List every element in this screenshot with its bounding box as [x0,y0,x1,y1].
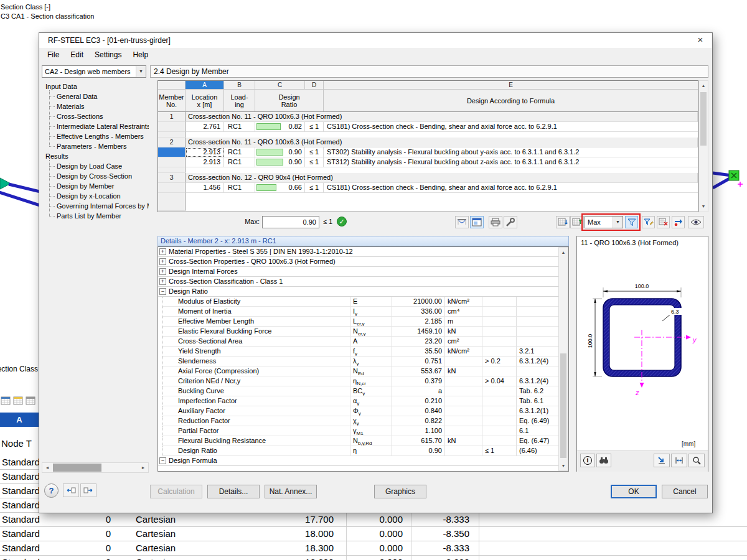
result-row[interactable] [158,193,698,211]
tree-item[interactable]: Governing Internal Forces by M [42,201,149,211]
member-cell[interactable] [158,183,186,193]
table-row[interactable]: Standard 0 Cartesian 18.300 0.000 -8.333 [0,541,747,556]
details-row[interactable]: Cross-Sectional Area A 23.20 cm² [158,337,558,347]
location-cell[interactable]: 2.913 [186,147,224,157]
max-value-field[interactable]: 0.90 [262,216,319,228]
result-diagram-button[interactable] [455,216,469,228]
ratio-cell[interactable]: 0.90 [255,147,305,157]
menu-item[interactable]: File [42,48,65,62]
col-header-loading[interactable]: Load- ing [224,90,255,111]
col-letter-b[interactable]: B [224,81,255,89]
table-row[interactable]: Standard [0,470,39,484]
details-row[interactable]: + Material Properties - Steel S 355 | DI… [158,247,558,257]
formula-cell[interactable]: ST312) Stability analysis - Flexural buc… [324,157,698,167]
details-row[interactable]: Yield Strength fy 35.50 kN/cm² 3.2.1 [158,347,558,357]
details-row[interactable]: Moment of Inertia Iy 336.00 cm⁴ [158,307,558,317]
chevron-down-icon[interactable]: ▼ [613,217,622,228]
model-visualisation-button[interactable] [470,216,484,228]
expander[interactable] [162,406,167,416]
ratio-cell[interactable]: 0.90 [255,157,305,167]
member-cell[interactable] [158,167,186,173]
details-row[interactable]: Elastic Flexural Buckling Force Ncr,y 14… [158,327,558,337]
design-case-selector[interactable]: CA2 - Design web members ▼ [42,65,146,78]
details-button[interactable]: Details... [207,485,260,498]
result-row[interactable]: 2 Cross-section No. 11 - QRO 100x6.3 (Ho… [158,138,698,147]
col-header-formula[interactable]: Design According to Formula [324,90,698,111]
graphics-button[interactable]: Graphics [374,485,426,498]
tree-item[interactable]: Parameters - Members [42,141,149,151]
result-row[interactable]: 2.761 RC1 0.82 ≤ 1 CS181) Cross-section … [158,122,698,132]
tree-item[interactable]: General Data [42,91,149,101]
tree-item[interactable]: Design by Load Case [42,161,149,171]
menu-item[interactable]: Help [127,48,154,62]
export-button[interactable] [672,216,685,228]
delete-rows-button[interactable] [657,216,670,228]
tree-item[interactable]: Materials [42,101,149,111]
tree-horizontal-scrollbar[interactable]: ◄ ► [42,462,149,473]
expander[interactable] [162,416,167,426]
col-header-member[interactable]: Member No. [158,90,186,111]
expander[interactable] [162,347,167,357]
cross-section-group-cell[interactable]: Cross-section No. 12 - QRO 90x4 (Hot For… [186,173,698,183]
bg-toolbar-icon-3[interactable] [26,396,35,408]
formula-cell[interactable]: CS181) Cross-section check - Bending, sh… [324,183,698,193]
close-icon[interactable]: × [691,33,710,47]
tree-item[interactable]: Input Data [42,82,149,91]
scrollbar-thumb[interactable] [560,353,566,458]
bg-toolbar-icon-2[interactable] [13,396,23,408]
dimension-lines-button[interactable] [671,454,687,467]
table-row[interactable]: Standard 0 Cartesian 18.600 0.000 -8.283 [0,556,747,560]
settings-button[interactable] [504,216,517,228]
details-row[interactable]: + Design Internal Forces [158,267,558,277]
details-row[interactable]: Design Ratio η 0.90 ≤ 1 (6.46) [158,446,558,456]
expander[interactable] [162,366,167,376]
expander[interactable] [162,357,167,366]
cross-section-group-cell[interactable]: Cross-section No. 11 - QRO 100x6.3 (Hot … [186,112,698,122]
expander[interactable] [162,426,167,436]
expander[interactable]: + [158,277,167,286]
details-row[interactable]: Modulus of Elasticity E 21000.00 kN/cm² [158,297,558,307]
expander[interactable] [162,317,167,327]
result-row[interactable]: 1.456 RC1 0.66 ≤ 1 CS181) Cross-section … [158,183,698,193]
tree-item[interactable]: Cross-Sections [42,111,149,121]
result-filter-selector[interactable]: Max ▼ [585,216,623,228]
help-button[interactable]: ? [44,483,59,498]
details-row[interactable]: Slenderness λy 0.751 > 0.2 6.3.1.2(4) [158,357,558,366]
expander[interactable]: + [158,247,167,256]
loading-cell[interactable]: RC1 [224,122,255,132]
previous-table-button[interactable] [63,483,79,497]
member-cell[interactable] [158,147,186,157]
col-letter-a[interactable]: A [186,81,224,89]
scroll-right-icon[interactable]: ► [138,463,148,472]
filter-button[interactable] [625,216,638,228]
details-row[interactable]: Reduction Factor χy 0.822 Eq. (6.49) [158,416,558,426]
member-cell[interactable] [158,193,186,211]
fit-view-button[interactable] [654,454,670,467]
scroll-up-icon[interactable]: ▲ [699,81,708,91]
tree-item[interactable]: Effective Lengths - Members [42,131,149,141]
expander[interactable]: + [158,257,167,266]
col-header-location[interactable]: Location x [m] [186,90,224,111]
menu-item[interactable]: Edit [65,48,89,62]
sort-ascending-button[interactable] [570,216,584,228]
edit-filter-button[interactable] [642,216,655,228]
search-section-button[interactable] [596,454,611,467]
expander[interactable] [162,396,167,406]
scroll-up-icon[interactable]: ▲ [559,248,568,258]
details-row[interactable]: − Design Formula [158,456,558,466]
loading-cell[interactable]: RC1 [224,147,255,157]
ok-button[interactable]: OK [611,485,657,498]
expander[interactable] [162,436,167,446]
expander[interactable] [162,307,167,317]
details-row[interactable]: Axial Force (Compression) NEd 553.67 kN [158,366,558,376]
result-row[interactable]: 2.913 RC1 0.90 ≤ 1 ST312) Stability anal… [158,157,698,167]
details-row[interactable]: Criterion NEd / Ncr,y ηN,cr 0.379 > 0.04… [158,376,558,386]
member-cell[interactable]: 1 [158,112,186,122]
menu-item[interactable]: Settings [89,48,127,62]
print-button[interactable] [489,216,502,228]
details-row[interactable]: Buckling Curve BCy a Tab. 6.2 [158,386,558,396]
details-row[interactable]: Imperfection Factor αy 0.210 Tab. 6.1 [158,396,558,406]
scroll-down-icon[interactable]: ▼ [699,202,708,212]
details-row[interactable]: Partial Factor γM1 1.100 6.1 [158,426,558,436]
member-cell[interactable] [158,132,186,138]
